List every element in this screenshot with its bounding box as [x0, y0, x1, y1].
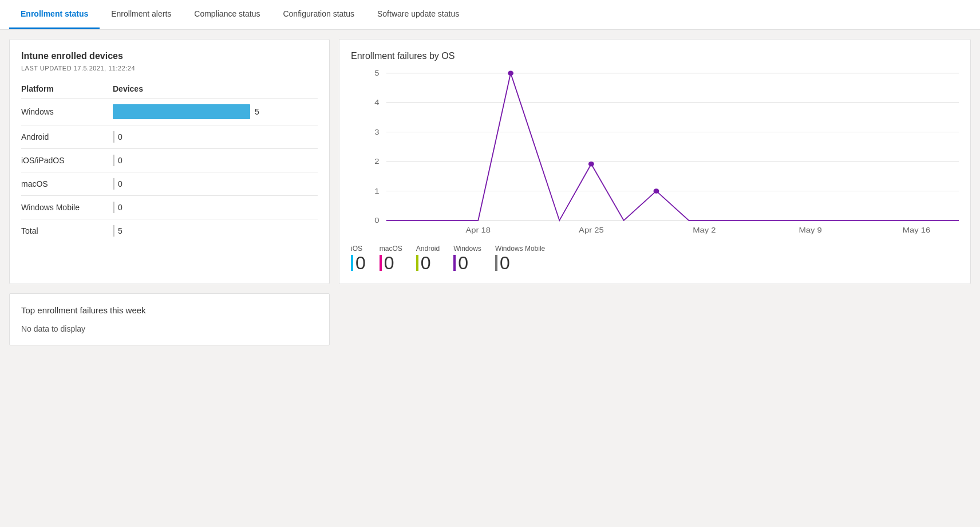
table-row: Windows5	[21, 99, 318, 125]
bottom-enrollment-failures-card: Top enrollment failures this week No dat…	[9, 293, 330, 345]
svg-text:May 2: May 2	[693, 226, 716, 234]
last-updated-label: LAST UPDATED 17.5.2021, 11:22:24	[21, 65, 318, 72]
svg-text:2: 2	[374, 157, 380, 166]
platform-value: 0	[113, 125, 318, 149]
platform-name: Windows	[21, 99, 113, 125]
col-platform-header: Platform	[21, 80, 113, 99]
svg-text:May 16: May 16	[903, 226, 931, 234]
platform-value: 5	[113, 99, 318, 125]
svg-text:4: 4	[374, 98, 380, 107]
tab-enrollment-status[interactable]: Enrollment status	[9, 0, 100, 29]
platform-value: 0	[113, 149, 318, 172]
svg-text:Apr 25: Apr 25	[579, 226, 604, 234]
platform-name: iOS/iPadOS	[21, 149, 113, 172]
platform-name: macOS	[21, 172, 113, 196]
main-content: Intune enrolled devices LAST UPDATED 17.…	[0, 30, 980, 355]
platform-name: Windows Mobile	[21, 196, 113, 219]
svg-text:3: 3	[374, 128, 380, 136]
svg-text:Apr 18: Apr 18	[465, 226, 491, 234]
tab-bar: Enrollment status Enrollment alerts Comp…	[0, 0, 980, 30]
legend-label-macos: macOS	[380, 245, 402, 253]
table-row: Windows Mobile0	[21, 196, 318, 219]
legend-value-android: 0	[416, 254, 431, 272]
legend-value-windows-mobile: 0	[495, 254, 510, 272]
svg-text:May 9: May 9	[799, 226, 823, 234]
svg-point-17	[508, 70, 513, 76]
platform-name: Total	[21, 219, 113, 243]
legend-color-ios	[351, 255, 353, 271]
legend-label-android: Android	[416, 245, 440, 253]
legend-value-windows: 0	[453, 254, 468, 272]
legend-value-macos: 0	[380, 254, 394, 272]
tab-enrollment-alerts[interactable]: Enrollment alerts	[100, 0, 183, 29]
legend-color-macos	[380, 255, 382, 271]
legend-item-android: Android0	[416, 245, 440, 272]
legend-row: iOS0macOS0Android0Windows0Windows Mobile…	[351, 245, 959, 272]
top-row: Intune enrolled devices LAST UPDATED 17.…	[9, 39, 971, 284]
platform-value: 0	[113, 196, 318, 219]
tab-software-update-status[interactable]: Software update status	[366, 0, 471, 29]
legend-value-ios: 0	[351, 254, 366, 272]
platform-value: 0	[113, 172, 318, 196]
failures-chart-title: Enrollment failures by OS	[351, 51, 959, 61]
legend-label-windows: Windows	[453, 245, 481, 253]
table-row: macOS0	[21, 172, 318, 196]
platform-table: Platform Devices Windows5Android0iOS/iPa…	[21, 80, 318, 242]
legend-item-macos: macOS0	[380, 245, 402, 272]
chart-area: 5 4 3 2 1 0 Apr 18 Apr 25 May 2 May 9 Ma…	[351, 67, 959, 239]
failures-chart-card: Enrollment failures by OS 5 4 3	[339, 39, 971, 284]
legend-item-windows-mobile: Windows Mobile0	[495, 245, 545, 272]
svg-point-18	[588, 162, 594, 167]
svg-text:1: 1	[374, 187, 380, 195]
chart-svg: 5 4 3 2 1 0 Apr 18 Apr 25 May 2 May 9 Ma…	[351, 67, 959, 239]
legend-item-ios: iOS0	[351, 245, 366, 272]
legend-color-android	[416, 255, 418, 271]
legend-label-ios: iOS	[351, 245, 362, 253]
table-row: iOS/iPadOS0	[21, 149, 318, 172]
legend-color-windows-mobile	[495, 255, 497, 271]
platform-value: 5	[113, 219, 318, 243]
svg-text:5: 5	[374, 69, 380, 77]
legend-label-windows-mobile: Windows Mobile	[495, 245, 545, 253]
table-row: Total5	[21, 219, 318, 243]
tab-compliance-status[interactable]: Compliance status	[183, 0, 271, 29]
svg-point-19	[654, 188, 659, 194]
col-devices-header: Devices	[113, 80, 318, 99]
svg-text:0: 0	[374, 216, 380, 225]
tab-configuration-status[interactable]: Configuration status	[271, 0, 366, 29]
enrolled-devices-card: Intune enrolled devices LAST UPDATED 17.…	[9, 39, 330, 284]
table-row: Android0	[21, 125, 318, 149]
enrolled-card-title: Intune enrolled devices	[21, 51, 318, 61]
legend-color-windows	[453, 255, 456, 271]
platform-name: Android	[21, 125, 113, 149]
no-data-label: No data to display	[21, 324, 318, 333]
legend-item-windows: Windows0	[453, 245, 481, 272]
bottom-card-title: Top enrollment failures this week	[21, 305, 318, 315]
